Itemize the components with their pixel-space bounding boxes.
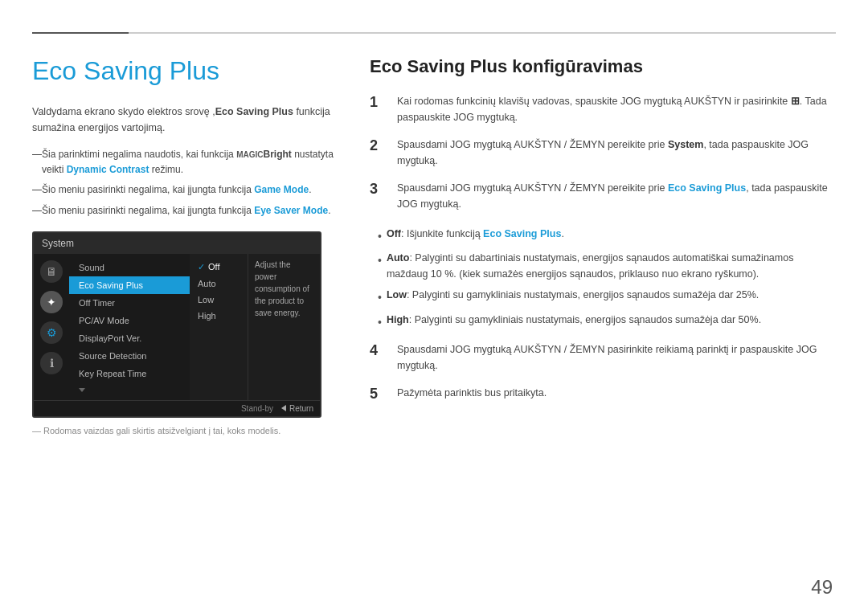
step-1: 1 Kai rodomas funkcinių klavišų vadovas,… — [370, 93, 836, 125]
step-3: 3 Spausdami JOG mygtuką AUKŠTYN / ŽEMYN … — [370, 180, 836, 212]
footnote: Rodomas vaizdas gali skirtis atsižvelgia… — [32, 426, 338, 435]
bullet-dot-1: • — [378, 227, 382, 245]
monitor-body: 🖥 ✦ ⚙ ℹ Sound Eco Saving Plus Off Timer … — [34, 254, 320, 400]
menu-item-keyrepeat: Key Repeat Time — [69, 365, 190, 382]
intro-paragraph: Valdydama ekrano skydo elektros srovę ,E… — [32, 104, 338, 136]
nav-down-icon — [79, 388, 85, 392]
bullet-off: • Off: Išjunkite funkciją Eco Saving Plu… — [378, 223, 836, 247]
monitor-footer: Stand-by Return — [34, 400, 320, 416]
note-1: Šia parinktimi negalima naudotis, kai fu… — [32, 147, 338, 178]
option-auto: Auto — [198, 276, 240, 292]
eye-saver-label: Eye Saver Mode — [254, 205, 328, 216]
section-title: Eco Saving Plus konfigūravimas — [370, 56, 836, 77]
top-line-accent — [32, 32, 129, 34]
menu-item-source: Source Detection — [69, 347, 190, 365]
bullet-off-text: Off: Išjunkite funkciją Eco Saving Plus. — [387, 226, 564, 242]
monitor-screenshot: System 🖥 ✦ ⚙ ℹ Sound Eco Saving Plus Off… — [32, 231, 321, 418]
bullet-dot-3: • — [378, 288, 382, 306]
step-text-5: Pažymėta parinktis bus pritaikyta. — [397, 385, 547, 401]
info-text: Adjust the power consumption of the prod… — [255, 260, 309, 317]
top-line — [32, 32, 836, 34]
right-column: Eco Saving Plus konfigūravimas 1 Kai rod… — [370, 48, 836, 581]
return-arrow-icon — [281, 405, 286, 411]
eco-saving-ref-1: Eco Saving Plus — [483, 228, 561, 239]
step-num-1: 1 — [370, 93, 386, 112]
icons-panel: 🖥 ✦ ⚙ ℹ — [34, 254, 69, 400]
bullet-auto: • Auto: Palyginti su dabartiniais nustat… — [378, 247, 836, 284]
menu-item-sound: Sound — [69, 259, 190, 276]
display-icon: 🖥 — [40, 260, 63, 283]
intro-pre: Valdydama ekrano skydo elektros srovę , — [32, 106, 215, 117]
nav-indicator — [69, 382, 190, 392]
gear-icon: ⚙ — [40, 321, 63, 344]
options-bullets: • Off: Išjunkite funkciją Eco Saving Plu… — [370, 223, 836, 333]
intro-brand: Eco Saving Plus — [215, 106, 293, 117]
step-text-2: Spausdami JOG mygtuką AUKŠTYN / ŽEMYN pe… — [397, 137, 836, 169]
step-5: 5 Pažymėta parinktis bus pritaikyta. — [370, 385, 836, 403]
options-panel: ✓Off Auto Low High — [190, 254, 248, 400]
step-num-5: 5 — [370, 385, 386, 403]
return-button: Return — [281, 404, 313, 413]
bullet-high: • High: Palyginti su gamykliniais nustat… — [378, 309, 836, 333]
menu-item-pcav: PC/AV Mode — [69, 312, 190, 329]
eco-saving-link: Eco Saving Plus — [668, 182, 746, 194]
standby-label: Stand-by — [40, 404, 281, 413]
info-icon: ℹ — [40, 352, 63, 374]
bullet-low-text: Low: Palyginti su gamykliniais nustatyma… — [387, 287, 759, 303]
page-title: Eco Saving Plus — [32, 56, 338, 86]
bullet-dot-4: • — [378, 313, 382, 331]
return-label: Return — [289, 404, 313, 413]
menu-item-offtimer: Off Timer — [69, 294, 190, 312]
info-panel: Adjust the power consumption of the prod… — [248, 254, 320, 400]
step-text-1: Kai rodomas funkcinių klavišų vadovas, s… — [397, 93, 836, 125]
option-high: High — [198, 308, 240, 324]
check-icon: ✓ — [198, 262, 205, 272]
step-2: 2 Spausdami JOG mygtuką AUKŠTYN / ŽEMYN … — [370, 137, 836, 169]
step-4: 4 Spausdami JOG mygtuką AUKŠTYN / ŽEMYN … — [370, 341, 836, 374]
left-column: Eco Saving Plus Valdydama ekrano skydo e… — [32, 48, 338, 581]
step-num-2: 2 — [370, 137, 386, 155]
bullet-high-text: High: Palyginti su gamykliniais nustatym… — [387, 312, 761, 328]
steps-list: 1 Kai rodomas funkcinių klavišų vadovas,… — [370, 93, 836, 404]
magicbright-label: MAGIC — [236, 150, 263, 159]
monitor-header: System — [34, 233, 320, 254]
page-number: 49 — [811, 576, 833, 599]
note-3: Šio meniu pasirinkti negalima, kai įjung… — [32, 203, 338, 219]
bullet-dot-2: • — [378, 251, 382, 269]
option-off: ✓Off — [198, 259, 240, 276]
step-text-3: Spausdami JOG mygtuką AUKŠTYN / ŽEMYN pe… — [397, 180, 836, 212]
step-num-3: 3 — [370, 180, 386, 198]
bullet-auto-text: Auto: Palyginti su dabartiniais nustatym… — [387, 250, 836, 282]
option-low: Low — [198, 292, 240, 308]
menu-panel: Sound Eco Saving Plus Off Timer PC/AV Mo… — [69, 254, 190, 400]
settings-icon: ✦ — [40, 291, 63, 313]
menu-item-displayport: DisplayPort Ver. — [69, 329, 190, 347]
note-2: Šio meniu pasirinkti negalima, kai įjung… — [32, 182, 338, 198]
menu-item-eco: Eco Saving Plus — [69, 276, 190, 294]
step-text-4: Spausdami JOG mygtuką AUKŠTYN / ŽEMYN pa… — [397, 341, 836, 374]
dynamic-contrast-label: Dynamic Contrast — [67, 164, 149, 175]
system-label: System — [42, 238, 74, 249]
bullet-low: • Low: Palyginti su gamykliniais nustaty… — [378, 284, 836, 309]
step-num-4: 4 — [370, 341, 386, 360]
game-mode-label: Game Mode — [254, 184, 309, 195]
